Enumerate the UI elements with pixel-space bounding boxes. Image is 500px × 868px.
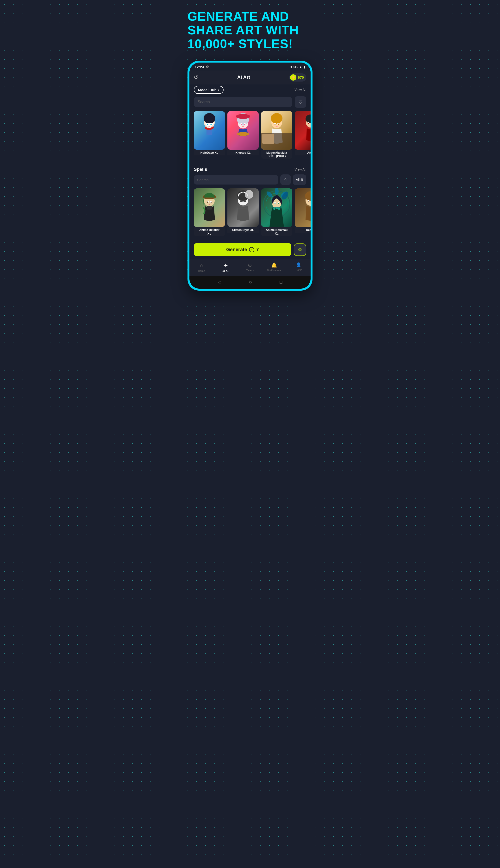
model-cards-scroll[interactable]: HoloDayo XL (190, 111, 310, 163)
back-gesture-icon[interactable]: ◁ (218, 280, 221, 285)
spell-card-label: Deta... (295, 227, 310, 233)
generate-settings-button[interactable]: ⚙ (294, 244, 306, 256)
heart-icon: ♡ (298, 99, 303, 105)
spell-card-image (295, 188, 310, 227)
coin-avatar: 😶 (290, 74, 296, 81)
generate-coin-icon: ○ (249, 247, 254, 252)
model-card-image (295, 111, 310, 149)
nav-notifications-label: Notifications (267, 269, 282, 272)
svg-point-56 (274, 203, 275, 204)
coin-display[interactable]: 😶 670 (289, 74, 306, 81)
home-icon: ⌂ (200, 262, 203, 268)
svg-point-5 (207, 124, 208, 125)
svg-point-59 (273, 208, 275, 210)
status-time: 12:24 (195, 65, 204, 69)
generate-row: Generate ○ 7 ⚙ (190, 240, 310, 259)
home-gesture-icon[interactable]: ○ (249, 279, 252, 285)
nav-item-home[interactable]: ⌂ Home (194, 262, 209, 273)
spell-card-label: Sketch Style XL (227, 227, 259, 233)
svg-rect-10 (239, 114, 247, 118)
svg-rect-43 (243, 200, 246, 202)
spell-char-3 (261, 188, 292, 227)
tavern-icon: ⊙ (248, 262, 252, 268)
spell-card[interactable]: Deta... (295, 188, 310, 236)
model-card-image (227, 111, 259, 149)
spell-card[interactable]: Anime DetailerXL (194, 188, 225, 236)
model-card-label: HoloDayo XL (194, 149, 225, 155)
spells-filter-button[interactable]: All ⇅ (293, 175, 306, 185)
svg-point-66 (308, 201, 309, 202)
spell-char-1 (194, 188, 225, 227)
model-card-label: MugenMaluMixSDXL (PDXL) (261, 149, 292, 159)
model-hub-view-all[interactable]: View All (295, 88, 306, 92)
model-hub-arrow: › (218, 88, 219, 92)
svg-point-61 (278, 208, 280, 210)
svg-point-13 (241, 124, 242, 125)
anime-char-4 (295, 111, 310, 149)
svg-point-30 (308, 123, 309, 124)
svg-rect-39 (207, 206, 212, 210)
svg-point-14 (244, 124, 246, 125)
status-bar: 12:24 ⚙ ⊖ 5G ▲ ▮ (190, 63, 310, 70)
svg-point-6 (211, 124, 212, 125)
bottom-navigation: ⌂ Home ✦ AI Art ⊙ Tavern 🔔 Notifications… (190, 259, 310, 276)
nav-item-profile[interactable]: 👤 Profile (291, 262, 306, 273)
model-card[interactable]: HoloDayo XL (194, 111, 225, 159)
coin-face-icon: 😶 (291, 76, 295, 79)
model-hub-button[interactable]: Model Hub › (194, 86, 224, 94)
nav-tavern-label: Tavern (246, 269, 254, 272)
model-search-input[interactable] (194, 97, 292, 107)
svg-point-22 (274, 123, 276, 125)
spells-header: Spells View All (190, 166, 310, 175)
svg-point-49 (275, 188, 279, 195)
filter-arrows-icon: ⇅ (300, 178, 303, 182)
gear-icon: ⚙ (298, 247, 303, 253)
model-hub-header: Model Hub › View All (190, 85, 310, 96)
spell-cards-scroll[interactable]: Anime DetailerXL (190, 188, 310, 240)
nav-item-notifications[interactable]: 🔔 Notifications (267, 262, 282, 273)
spell-card[interactable]: Anime NouveauXL (261, 188, 292, 236)
svg-point-15 (237, 132, 249, 136)
spell-char-2 (227, 188, 259, 227)
svg-point-23 (278, 123, 279, 125)
divider-1 (194, 163, 306, 163)
spells-view-all[interactable]: View All (295, 167, 306, 171)
phone-frame: 12:24 ⚙ ⊖ 5G ▲ ▮ ↺ AI Art 😶 670 (188, 60, 312, 291)
model-card-label: Kivotos XL (227, 149, 259, 155)
spell-card-image (227, 188, 259, 227)
recent-gesture-icon[interactable]: □ (280, 280, 282, 285)
svg-point-46 (245, 190, 253, 199)
svg-point-19 (271, 113, 282, 124)
spell-heart-icon: ♡ (284, 177, 287, 182)
model-hub-label: Model Hub (198, 88, 217, 92)
spells-search-input[interactable] (194, 175, 279, 185)
spell-card-label: Anime DetailerXL (194, 227, 225, 236)
network-label: 5G (294, 65, 298, 69)
bell-icon: 🔔 (271, 262, 277, 268)
signal-icon: ▲ (299, 65, 302, 69)
anime-char-2 (227, 111, 259, 149)
app-header: ↺ AI Art 😶 670 (190, 70, 310, 85)
spell-card[interactable]: Sketch Style XL (227, 188, 259, 236)
nav-profile-label: Profile (295, 268, 302, 271)
model-favorites-button[interactable]: ♡ (295, 96, 306, 108)
model-card[interactable]: MugenMaluMixSDXL (PDXL) (261, 111, 292, 159)
spell-card-label: Anime NouveauXL (261, 227, 292, 236)
model-card-image (194, 111, 225, 149)
ai-art-icon: ✦ (223, 262, 228, 269)
svg-point-37 (207, 202, 208, 203)
coin-count: 670 (298, 75, 304, 79)
model-card[interactable]: Kivotos XL (227, 111, 259, 159)
nav-item-ai-art[interactable]: ✦ AI Art (218, 262, 233, 273)
generate-button[interactable]: Generate ○ 7 (194, 243, 291, 256)
model-card[interactable]: An... (295, 111, 310, 159)
settings-status-icon: ⚙ (206, 65, 209, 69)
svg-rect-42 (240, 200, 242, 202)
svg-point-57 (278, 203, 279, 204)
spell-card-image (194, 188, 225, 227)
nav-item-tavern[interactable]: ⊙ Tavern (243, 262, 257, 273)
anime-char-1 (194, 111, 225, 149)
spells-favorites-button[interactable]: ♡ (280, 175, 291, 185)
history-icon[interactable]: ↺ (194, 74, 198, 81)
phone-gesture-bar: ◁ ○ □ (190, 276, 310, 289)
